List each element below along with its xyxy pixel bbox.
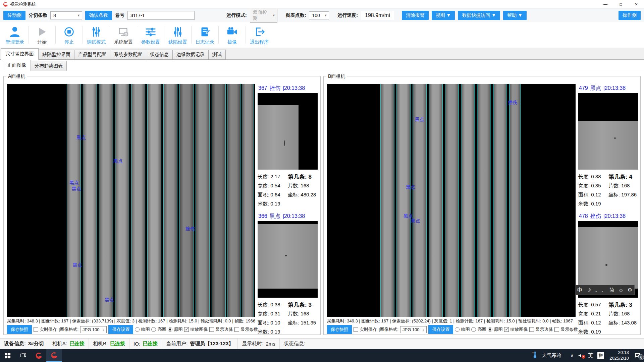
ime-mode-indicator[interactable]: 拼 (597, 352, 604, 359)
save-settings-button[interactable]: 保存设置 (108, 325, 133, 334)
stats-row: 米数: 0.19 (578, 199, 639, 208)
tool-exit-button[interactable]: 退出程序 (246, 25, 273, 45)
maximize-button[interactable]: □ (613, 0, 629, 9)
checkbox-show-edge[interactable]: 显示边缘 (529, 326, 553, 333)
ime-fullwidth-icon[interactable]: ☽ (586, 287, 591, 293)
radio-dark-image[interactable]: 暗图 (135, 326, 150, 333)
defect-card-header: 479黑点|20:13:38 (578, 84, 639, 93)
realtime-save-checkbox[interactable]: 实时保存 (354, 326, 377, 333)
tool-play-button[interactable]: 开始 (29, 25, 55, 45)
tool-stop-button[interactable]: 停止 (56, 25, 83, 45)
radio-bright-image[interactable]: 亮图 (151, 326, 166, 333)
current-user-value: 管理员【123-123】 (190, 341, 233, 347)
camera-image-a: 黑点黑点黑点黑点挫伤黑点黑点 (7, 84, 255, 317)
run-mode-select[interactable]: 双面检测 ▼ (250, 8, 277, 23)
checkbox-show-edge[interactable]: 显示边缘 (209, 326, 233, 333)
checkbox-zoom-image[interactable]: ✓缩放图像 (184, 326, 208, 333)
stat-width: 宽度: 0.54 (258, 183, 288, 189)
ime-emoji-icon[interactable]: ☺ (619, 287, 624, 293)
app-logo-icon (3, 2, 8, 7)
task-view-button[interactable] (15, 349, 31, 362)
camera-b-connection-status: 已连接 (110, 341, 125, 347)
run-speed-label: 运行速度: (337, 12, 358, 18)
checkbox-box (354, 327, 358, 332)
tool-user-button[interactable]: 管理登录 (1, 25, 28, 45)
tab-4[interactable]: 状态信息 (146, 50, 173, 60)
defect-card-header: 366黑点|20:13:38 (258, 213, 318, 221)
ime-punctuation-icon[interactable]: 。， (595, 287, 605, 293)
radio-dark-image[interactable]: 暗图 (455, 326, 470, 333)
image-format-select[interactable]: JPG 100˅ (80, 326, 107, 333)
slit-count-value: 8 (53, 13, 56, 18)
defect-card[interactable]: 478挫伤|20:13:38长度: 0.57第几条: 3宽度: 0.21片数: … (578, 213, 639, 337)
help-menu-button[interactable]: 帮助 ▼ (503, 11, 527, 20)
image-format-value: JPG 100 (83, 327, 100, 332)
checkbox-label: 显示条数 (560, 326, 578, 333)
tab-1[interactable]: 缺陷监控界面 (38, 50, 74, 60)
ime-settings-icon[interactable]: ⚙ (628, 287, 632, 293)
defect-card[interactable]: 367挫伤|20:13:38长度: 2.17第几条: 8宽度: 0.54片数: … (258, 84, 318, 208)
slit-count-select[interactable]: 8 ▼ (50, 11, 82, 19)
defect-card[interactable]: 479黑点|20:13:38长度: 0.38第几条: 4宽度: 0.35片数: … (578, 84, 639, 208)
image-format-select[interactable]: JPG 100˅ (400, 326, 427, 333)
chart-points-select[interactable]: 100 ▼ (309, 11, 329, 19)
save-settings-button[interactable]: 保存设置 (428, 325, 453, 334)
language-indicator[interactable]: 英 (588, 352, 593, 359)
tool-debug-sliders-button[interactable]: 调试模式 (83, 25, 110, 45)
app-icon-inspection-active[interactable] (46, 349, 62, 362)
taskbar-clock[interactable]: 20:13 2025/2/10 (609, 350, 629, 361)
tool-label: 退出程序 (250, 39, 269, 45)
realtime-save-checkbox[interactable]: 实时保存 (34, 326, 57, 333)
tool-param-sliders-button[interactable]: 参数设置 (137, 25, 164, 45)
radio-original-image[interactable]: 原图 (488, 326, 502, 333)
tool-defect-sliders-button[interactable]: 缺陷设置 (164, 25, 191, 45)
weather-text[interactable]: 天气寒冷 (542, 352, 562, 359)
minimize-button[interactable]: — (598, 0, 613, 9)
realtime-save-label: 实时保存 (40, 326, 57, 333)
tab-0[interactable]: 尺寸监控界面 (1, 48, 39, 60)
drive-side-button[interactable]: 传动侧 (3, 11, 25, 20)
checkbox-zoom-image[interactable]: ✓缩放图像 (504, 326, 528, 333)
chevron-down-icon: ˅ (423, 328, 425, 331)
tool-label: 停止 (64, 39, 74, 45)
speaker-muted-icon[interactable]: ✕ (578, 353, 584, 359)
operate-side-button[interactable]: 操作侧 (619, 11, 641, 20)
stat-strip: 第几条: 4 (608, 173, 639, 181)
clear-alarm-button[interactable]: 清除报警 (402, 11, 429, 20)
ime-simplified-indicator[interactable]: 简 (609, 287, 614, 293)
roll-number-input[interactable] (127, 11, 195, 20)
stop-icon (63, 25, 75, 39)
ime-lang-indicator[interactable]: 中 (577, 287, 582, 293)
checkbox-show-strip-count[interactable]: 显示条数 (234, 326, 258, 333)
start-button[interactable] (0, 349, 15, 362)
radio-bright-image[interactable]: 亮图 (471, 326, 486, 333)
view-menu-button[interactable]: 视图 ▼ (432, 11, 455, 20)
close-button[interactable]: ✕ (629, 0, 644, 9)
save-snapshot-button[interactable]: 保存快照 (7, 325, 32, 334)
tab-3[interactable]: 系统参数配置 (110, 50, 146, 60)
defect-card[interactable]: 366黑点|20:13:38长度: 0.38第几条: 3宽度: 0.31片数: … (258, 213, 318, 337)
defect-id: 478 (579, 213, 588, 219)
tool-log-button[interactable]: 日志记录 (192, 25, 218, 45)
tool-label: 参数设置 (141, 39, 160, 45)
tool-system-config-button[interactable]: 系统配置 (110, 25, 137, 45)
app-icon-inspection[interactable] (31, 349, 46, 362)
save-snapshot-button[interactable]: 保存快照 (327, 325, 352, 334)
exit-icon (253, 25, 266, 39)
tab-6[interactable]: 测试 (208, 50, 226, 60)
subtab-0[interactable]: 正面图像 (3, 60, 31, 71)
tool-camera-button[interactable]: 摄像 (219, 25, 246, 45)
radio-label: 亮图 (157, 326, 166, 333)
film-strip (493, 84, 507, 317)
checkbox-show-strip-count[interactable]: 显示条数 (554, 326, 578, 333)
subtab-1[interactable]: 分布趋势图表 (31, 61, 67, 71)
confirm-count-button[interactable]: 确认条数 (85, 11, 112, 20)
data-quick-access-button[interactable]: 数据快捷访问 ▼ (458, 11, 500, 20)
notification-center-icon[interactable]: 6 (634, 352, 641, 359)
radio-label: 暗图 (141, 326, 150, 333)
tab-2[interactable]: 产品型号配置 (74, 50, 110, 60)
tab-5[interactable]: 边缘数据记录 (172, 50, 209, 60)
radio-original-image[interactable]: 原图 (168, 326, 182, 333)
tray-expand-chevron-icon[interactable]: ∧ (571, 353, 574, 358)
defect-card-header: 478挫伤|20:13:38 (578, 213, 639, 221)
